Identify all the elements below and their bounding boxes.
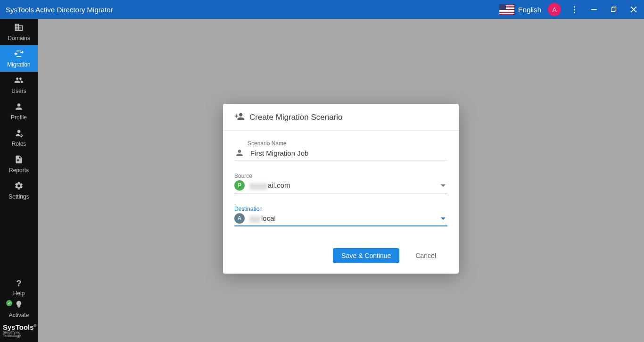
activate-icon bbox=[15, 300, 23, 310]
language-label: English bbox=[518, 6, 541, 14]
cancel-button[interactable]: Cancel bbox=[413, 251, 439, 260]
profile-icon bbox=[14, 102, 24, 113]
sidebar-item-label: Roles bbox=[12, 141, 26, 147]
create-migration-dialog: Create Migration Scenario Scenario Name … bbox=[223, 104, 459, 274]
source-label: Source bbox=[234, 173, 447, 179]
main-content: Create Migration Scenario Scenario Name … bbox=[38, 19, 644, 342]
sidebar-item-migration[interactable]: Migration bbox=[0, 45, 38, 72]
svg-rect-2 bbox=[611, 8, 615, 12]
sidebar-item-label: Reports bbox=[9, 167, 29, 174]
sidebar-item-label: Settings bbox=[8, 193, 29, 200]
close-icon bbox=[631, 7, 636, 12]
sidebar-item-label: Domains bbox=[8, 35, 30, 42]
sidebar-item-help[interactable]: ? Help bbox=[0, 277, 38, 299]
kebab-icon bbox=[574, 6, 575, 13]
minimize-icon bbox=[591, 7, 597, 12]
help-icon: ? bbox=[17, 279, 22, 289]
save-continue-button[interactable]: Save & Continue bbox=[333, 248, 399, 263]
source-value: ail.com bbox=[249, 181, 436, 189]
sidebar-item-domains[interactable]: Domains bbox=[0, 19, 38, 45]
sidebar-item-activate[interactable]: ✓ Activate bbox=[0, 299, 38, 320]
chevron-down-icon bbox=[441, 217, 446, 220]
destination-label: Destination bbox=[234, 206, 447, 212]
scenario-name-field: Scenario Name bbox=[234, 140, 447, 160]
source-select[interactable]: P ail.com bbox=[234, 180, 447, 193]
migration-icon bbox=[14, 49, 24, 60]
user-avatar[interactable]: A bbox=[548, 3, 561, 16]
maximize-icon bbox=[611, 7, 617, 12]
svg-rect-0 bbox=[591, 9, 597, 10]
brand-logo: SysTools® Simplifying Technology bbox=[0, 320, 38, 342]
gear-icon bbox=[14, 181, 24, 192]
destination-avatar: A bbox=[234, 213, 245, 224]
scenario-name-label: Scenario Name bbox=[234, 140, 447, 147]
maximize-button[interactable] bbox=[607, 0, 620, 19]
sidebar-item-reports[interactable]: Reports bbox=[0, 151, 38, 177]
more-menu-button[interactable] bbox=[568, 0, 581, 19]
source-field: Source P ail.com bbox=[234, 173, 447, 193]
scenario-name-input[interactable] bbox=[249, 149, 447, 158]
blurred-text bbox=[249, 216, 261, 223]
titlebar: SysTools Active Directory Migrator Engli… bbox=[0, 0, 644, 19]
sidebar-item-users[interactable]: Users bbox=[0, 72, 38, 98]
sidebar-item-profile[interactable]: Profile bbox=[0, 98, 38, 125]
sidebar: Domains Migration Users Profile Roles bbox=[0, 19, 38, 342]
sidebar-item-label: Users bbox=[11, 88, 26, 94]
destination-value: local bbox=[249, 214, 436, 222]
check-badge-icon: ✓ bbox=[6, 300, 12, 306]
language-selector[interactable]: English bbox=[499, 4, 541, 15]
sidebar-item-label: Profile bbox=[11, 114, 27, 121]
person-icon bbox=[234, 148, 245, 158]
destination-field: Destination A local bbox=[234, 206, 447, 226]
dialog-title: Create Migration Scenario bbox=[249, 113, 342, 122]
blurred-text bbox=[249, 183, 267, 190]
us-flag-icon bbox=[499, 4, 514, 15]
sidebar-item-label: Migration bbox=[7, 61, 30, 68]
app-title: SysTools Active Directory Migrator bbox=[6, 6, 113, 14]
destination-select[interactable]: A local bbox=[234, 213, 447, 226]
minimize-button[interactable] bbox=[587, 0, 601, 19]
sidebar-item-roles[interactable]: Roles bbox=[0, 125, 38, 151]
chevron-down-icon bbox=[441, 184, 446, 187]
domains-icon bbox=[14, 23, 24, 33]
help-label: Help bbox=[13, 290, 25, 297]
close-button[interactable] bbox=[627, 0, 640, 19]
person-add-icon bbox=[234, 111, 245, 124]
reports-icon bbox=[14, 155, 24, 166]
roles-icon bbox=[14, 128, 24, 139]
sidebar-item-settings[interactable]: Settings bbox=[0, 177, 38, 204]
activate-label: Activate bbox=[9, 312, 29, 318]
users-icon bbox=[14, 75, 24, 86]
source-avatar: P bbox=[234, 180, 245, 191]
